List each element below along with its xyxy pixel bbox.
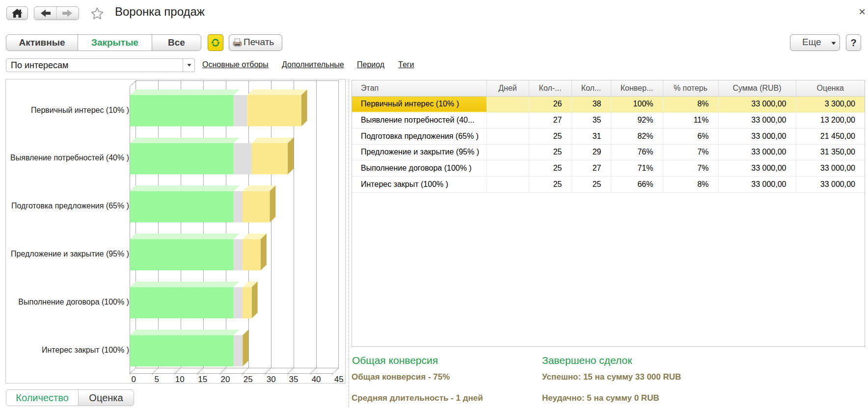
svg-text:45: 45 (334, 375, 344, 384)
svg-text:10: 10 (175, 375, 185, 384)
svg-text:35: 35 (289, 375, 298, 384)
svg-text:Выявление потребностей (40% ): Выявление потребностей (40% ) (10, 154, 129, 162)
svg-text:Предложение и закрытие (95% ): Предложение и закрытие (95% ) (11, 250, 129, 258)
svg-text:40: 40 (312, 375, 321, 384)
svg-text:15: 15 (198, 375, 207, 384)
svg-text:5: 5 (155, 375, 159, 384)
svg-text:30: 30 (267, 375, 276, 384)
svg-text:Интерес закрыт (100% ): Интерес закрыт (100% ) (42, 346, 129, 354)
svg-text:Подготовка предложения (65% ): Подготовка предложения (65% ) (11, 202, 129, 210)
svg-text:25: 25 (244, 375, 253, 384)
svg-text:Выполнение договора (100% ): Выполнение договора (100% ) (18, 298, 129, 306)
svg-text:0: 0 (132, 375, 136, 384)
svg-text:20: 20 (221, 375, 230, 384)
svg-text:Первичный интерес (10% ): Первичный интерес (10% ) (31, 106, 129, 114)
